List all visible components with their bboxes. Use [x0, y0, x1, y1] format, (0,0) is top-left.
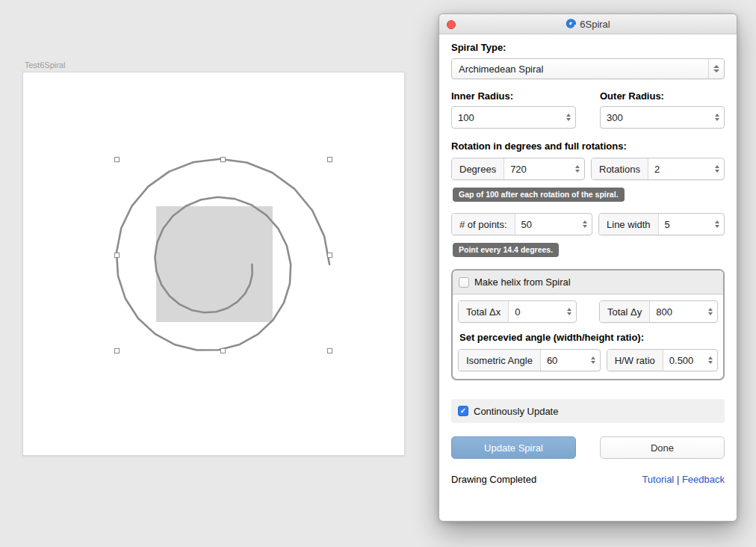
- dy-field[interactable]: 800: [650, 301, 717, 322]
- points-note-badge: Point every 14.4 degrees.: [453, 243, 559, 257]
- hw-ratio-group: H/W ratio 0.500: [607, 349, 718, 371]
- gap-note-badge: Gap of 100 after each rotation of the sp…: [453, 188, 625, 202]
- selection-handle[interactable]: [114, 253, 120, 258]
- line-width-value[interactable]: 5: [665, 219, 670, 230]
- degrees-group: Degrees 720: [451, 158, 585, 180]
- chevron-down-icon[interactable]: [715, 118, 719, 121]
- outer-radius-value[interactable]: 300: [607, 112, 623, 123]
- points-value[interactable]: 50: [521, 219, 532, 230]
- rotations-field[interactable]: 2: [648, 158, 724, 179]
- helix-header: Make helix from Spiral: [453, 271, 723, 294]
- chevron-up-icon[interactable]: [715, 114, 719, 117]
- spiral-drawing[interactable]: [117, 159, 329, 350]
- inner-radius-value[interactable]: 100: [458, 112, 474, 123]
- chevron-up-icon[interactable]: [566, 114, 571, 117]
- isometric-angle-value[interactable]: 60: [547, 355, 557, 366]
- close-button[interactable]: [447, 20, 456, 29]
- rotations-value[interactable]: 2: [654, 164, 660, 175]
- dy-value[interactable]: 800: [656, 306, 672, 318]
- chevron-up-icon[interactable]: [567, 308, 571, 311]
- chevron-up-icon[interactable]: [591, 356, 595, 359]
- chevron-up-icon[interactable]: [575, 165, 580, 168]
- selection-handle[interactable]: [220, 157, 226, 162]
- spiral-type-label: Spiral Type:: [451, 42, 725, 53]
- rotation-label: Rotation in degrees and full rotations:: [451, 140, 725, 152]
- dx-value[interactable]: 0: [515, 306, 520, 318]
- chevron-down-icon[interactable]: [708, 361, 713, 364]
- degrees-stepper[interactable]: [574, 165, 581, 173]
- degrees-label: Degrees: [452, 158, 504, 179]
- dx-stepper[interactable]: [566, 308, 573, 315]
- selection-handle[interactable]: [114, 157, 120, 162]
- dy-stepper[interactable]: [707, 308, 714, 315]
- degrees-value[interactable]: 720: [510, 164, 527, 175]
- continuous-update-checkbox[interactable]: [458, 406, 468, 416]
- dialog-title: 6Spiral: [566, 19, 610, 30]
- chevron-down-icon[interactable]: [708, 312, 713, 315]
- isometric-angle-group: Isometric Angle 60: [458, 349, 601, 371]
- chevron-down-icon[interactable]: [715, 225, 719, 228]
- helix-checkbox[interactable]: [459, 277, 469, 288]
- status-text: Drawing Completed: [451, 474, 536, 485]
- chevron-down-icon[interactable]: [566, 118, 571, 121]
- chevron-down-icon[interactable]: [575, 170, 580, 173]
- rotations-label: Rotations: [592, 158, 648, 179]
- perceived-angle-label: Set percevied angle (width/height ratio)…: [459, 332, 718, 343]
- selection-handle[interactable]: [327, 253, 332, 258]
- chevron-up-icon[interactable]: [708, 356, 713, 359]
- inner-radius-field[interactable]: 100: [451, 106, 576, 129]
- hw-ratio-stepper[interactable]: [707, 356, 714, 364]
- spiral-dialog: 6Spiral Spiral Type: Archimedean Spiral …: [439, 13, 737, 522]
- line-width-field[interactable]: 5: [659, 214, 724, 235]
- links-separator: |: [677, 474, 679, 485]
- feedback-link[interactable]: Feedback: [682, 474, 725, 485]
- line-width-label: Line width: [599, 214, 659, 235]
- isometric-angle-field[interactable]: 60: [541, 350, 600, 371]
- dy-label: Total Δy: [600, 301, 650, 322]
- inner-radius-label: Inner Radius:: [451, 90, 576, 102]
- dx-group: Total Δx 0: [458, 300, 577, 323]
- chevron-down-icon[interactable]: [715, 170, 719, 173]
- points-stepper[interactable]: [581, 220, 589, 228]
- outer-radius-stepper[interactable]: [713, 114, 721, 121]
- hw-ratio-value[interactable]: 0.500: [669, 355, 694, 366]
- rotations-stepper[interactable]: [713, 165, 721, 173]
- update-spiral-button[interactable]: Update Spiral: [451, 436, 576, 459]
- spiral-type-select[interactable]: Archimedean Spiral: [451, 58, 725, 79]
- desktop: Test6Spiral 6Spiral Spiral Type: Archime…: [0, 0, 756, 547]
- selection-handle[interactable]: [220, 348, 226, 353]
- degrees-field[interactable]: 720: [504, 158, 584, 179]
- isometric-angle-stepper[interactable]: [589, 356, 597, 364]
- line-width-stepper[interactable]: [713, 220, 721, 228]
- selection-handle[interactable]: [114, 348, 120, 353]
- drawing-canvas[interactable]: [22, 72, 405, 456]
- chevron-up-icon[interactable]: [583, 220, 587, 223]
- points-field[interactable]: 50: [515, 214, 592, 235]
- dialog-titlebar[interactable]: 6Spiral: [439, 14, 737, 34]
- chevron-down-icon[interactable]: [591, 361, 595, 364]
- spiral-icon: [566, 19, 576, 29]
- outer-radius-label: Outer Radius:: [600, 90, 725, 102]
- chevron-down-icon[interactable]: [567, 312, 571, 315]
- selection-handle[interactable]: [327, 348, 332, 353]
- spiral-type-value: Archimedean Spiral: [452, 64, 708, 75]
- continuous-update-label: Continously Update: [474, 406, 558, 417]
- outer-radius-field[interactable]: 300: [600, 106, 725, 129]
- rotations-group: Rotations 2: [591, 158, 725, 180]
- footer-links: Tutorial | Feedback: [642, 474, 725, 485]
- line-width-group: Line width 5: [598, 213, 725, 235]
- helix-fieldset: Make helix from Spiral Total Δx 0 Total …: [451, 269, 725, 380]
- selection-handle[interactable]: [327, 157, 332, 162]
- dialog-title-text: 6Spiral: [580, 19, 610, 30]
- chevron-down-icon[interactable]: [583, 225, 587, 228]
- chevron-up-icon[interactable]: [708, 308, 713, 311]
- done-button[interactable]: Done: [600, 436, 725, 459]
- inner-radius-stepper[interactable]: [565, 114, 572, 121]
- hw-ratio-field[interactable]: 0.500: [663, 350, 717, 371]
- tutorial-link[interactable]: Tutorial: [642, 474, 674, 485]
- hw-ratio-label: H/W ratio: [607, 350, 663, 371]
- points-label: # of points:: [452, 214, 515, 235]
- chevron-up-icon[interactable]: [715, 220, 719, 223]
- dx-field[interactable]: 0: [509, 301, 576, 322]
- chevron-up-icon[interactable]: [715, 165, 719, 168]
